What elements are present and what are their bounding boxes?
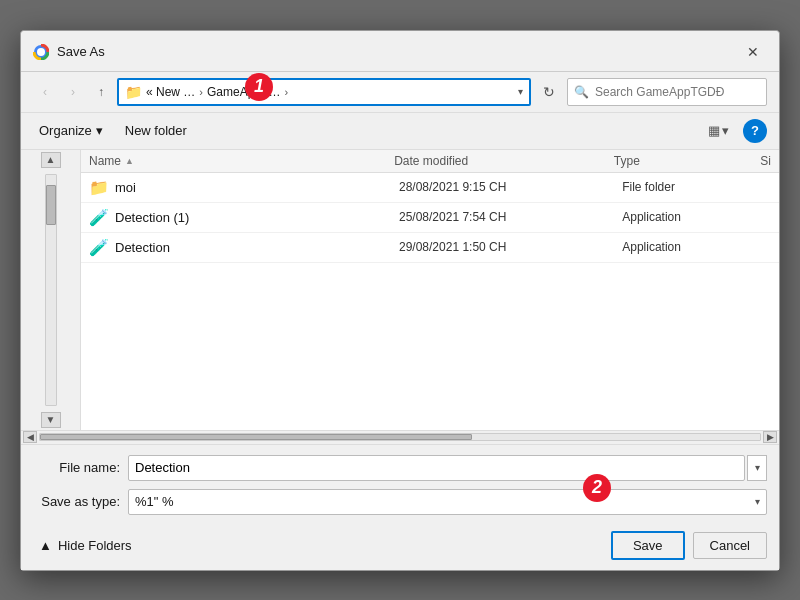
search-icon: 🔍 — [574, 85, 589, 99]
refresh-button[interactable]: ↻ — [535, 78, 563, 106]
file-name-cell: 📁 moi — [89, 178, 399, 197]
table-row[interactable]: 🧪 Detection (1) 25/08/2021 7:54 CH Appli… — [81, 203, 779, 233]
step-2-badge: 2 — [583, 474, 611, 502]
view-grid-icon: ▦ — [708, 123, 720, 138]
help-button[interactable]: ? — [743, 119, 767, 143]
file-type-cell: Application — [622, 210, 771, 224]
cancel-button[interactable]: Cancel — [693, 532, 767, 559]
buttons-row: ▲ Hide Folders Save Cancel — [21, 523, 779, 570]
file-date-cell: 28/08/2021 9:15 CH — [399, 180, 622, 194]
save-type-label: Save as type: — [33, 494, 128, 509]
save-type-dropdown[interactable]: %1" % ▾ — [128, 489, 767, 515]
empty-space — [81, 263, 779, 343]
breadcrumb-bar[interactable]: 📁 « New … › GameAppT… › ▾ — [117, 78, 531, 106]
column-type[interactable]: Type — [614, 154, 760, 168]
forward-button[interactable]: › — [61, 80, 85, 104]
back-button[interactable]: ‹ — [33, 80, 57, 104]
new-folder-button[interactable]: New folder — [117, 120, 195, 141]
file-date-cell: 25/08/2021 7:54 CH — [399, 210, 622, 224]
file-type-cell: File folder — [622, 180, 771, 194]
file-name-cell: 🧪 Detection (1) — [89, 208, 399, 227]
file-name-field[interactable] — [128, 455, 745, 481]
breadcrumb-separator-2: › — [284, 86, 288, 98]
sidebar-scroll-thumb — [46, 185, 56, 225]
save-type-arrow-icon: ▾ — [755, 496, 760, 507]
folder-icon: 📁 — [89, 178, 109, 197]
search-input[interactable] — [595, 85, 735, 99]
horizontal-scrollbar[interactable]: ◀ ▶ — [21, 430, 779, 444]
hscroll-right-button[interactable]: ▶ — [763, 431, 777, 443]
file-type-cell: Application — [622, 240, 771, 254]
sidebar-scroll-track[interactable] — [45, 174, 57, 406]
column-size[interactable]: Si — [760, 154, 771, 168]
file-name-cell: 🧪 Detection — [89, 238, 399, 257]
file-name-row: File name: ▾ — [33, 455, 767, 481]
action-bar: Organize ▾ New folder ▦ ▾ ? — [21, 113, 779, 150]
file-date-cell: 29/08/2021 1:50 CH — [399, 240, 622, 254]
close-button[interactable]: ✕ — [739, 41, 767, 63]
hide-folders-button[interactable]: ▲ Hide Folders — [33, 534, 138, 557]
save-button[interactable]: Save — [611, 531, 685, 560]
column-name[interactable]: Name ▲ — [89, 154, 394, 168]
file-area: ▲ ▼ Name ▲ Date modified Type Si — [21, 150, 779, 430]
hscroll-left-button[interactable]: ◀ — [23, 431, 37, 443]
save-type-value: %1" % — [135, 494, 174, 509]
organize-arrow-icon: ▾ — [96, 123, 103, 138]
file-list: Name ▲ Date modified Type Si 📁 moi 28/08… — [81, 150, 779, 430]
file-name-label: File name: — [33, 460, 128, 475]
save-as-dialog: Save As ✕ ‹ › ↑ 📁 « New … › GameAppT… › … — [20, 30, 780, 571]
sort-icon: ▲ — [125, 156, 134, 166]
breadcrumb-dropdown-button[interactable]: ▾ — [518, 86, 523, 97]
up-button[interactable]: ↑ — [89, 80, 113, 104]
title-bar-left: Save As — [33, 44, 105, 60]
file-name-input[interactable] — [135, 460, 738, 475]
svg-point-1 — [37, 48, 45, 56]
file-table-header: Name ▲ Date modified Type Si — [81, 150, 779, 173]
app-icon: 🧪 — [89, 208, 109, 227]
hscroll-track[interactable] — [39, 433, 761, 441]
hscroll-thumb — [40, 434, 472, 440]
app-icon — [33, 44, 49, 60]
sidebar-scroll-down[interactable]: ▼ — [41, 412, 61, 428]
table-row[interactable]: 📁 moi 28/08/2021 9:15 CH File folder — [81, 173, 779, 203]
title-bar: Save As ✕ — [21, 31, 779, 72]
breadcrumb-folder-icon: 📁 — [125, 84, 142, 100]
step-1-badge: 1 — [245, 73, 273, 101]
save-type-row: Save as type: %1" % ▾ — [33, 489, 767, 515]
view-dropdown-icon: ▾ — [722, 123, 729, 138]
hide-folders-label: Hide Folders — [58, 538, 132, 553]
sidebar-panel: ▲ ▼ — [21, 150, 81, 430]
sidebar-scroll-up[interactable]: ▲ — [41, 152, 61, 168]
dialog-overlay: Save As ✕ ‹ › ↑ 📁 « New … › GameAppT… › … — [0, 0, 800, 600]
organize-label: Organize — [39, 123, 92, 138]
organize-button[interactable]: Organize ▾ — [33, 120, 109, 141]
column-date[interactable]: Date modified — [394, 154, 614, 168]
bottom-section: File name: ▾ Save as type: %1" % ▾ — [21, 444, 779, 515]
navigation-toolbar: ‹ › ↑ 📁 « New … › GameAppT… › ▾ ↻ 🔍 — [21, 72, 779, 113]
app-icon: 🧪 — [89, 238, 109, 257]
dialog-title: Save As — [57, 44, 105, 59]
action-buttons: Save Cancel — [611, 531, 767, 560]
breadcrumb-separator: › — [199, 86, 203, 98]
breadcrumb-part-1: « New … — [146, 85, 195, 99]
table-row[interactable]: 🧪 Detection 29/08/2021 1:50 CH Applicati… — [81, 233, 779, 263]
hide-folders-arrow-icon: ▲ — [39, 538, 52, 553]
file-name-dropdown-button[interactable]: ▾ — [747, 455, 767, 481]
view-button[interactable]: ▦ ▾ — [702, 120, 735, 141]
search-box: 🔍 — [567, 78, 767, 106]
